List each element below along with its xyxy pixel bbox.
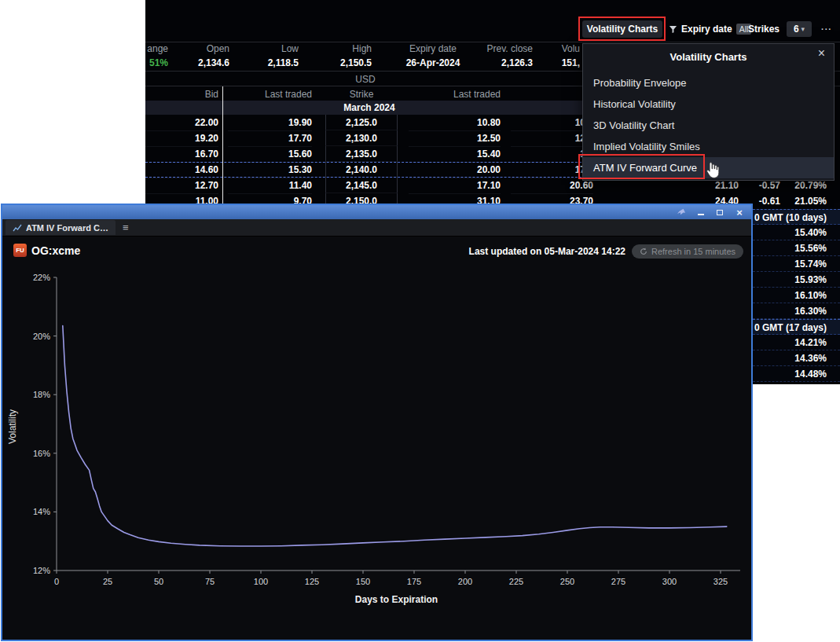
- menu-item-historical-volatility[interactable]: Historical Volatility: [583, 94, 834, 115]
- volatility-charts-menu: Volatility Charts × Probability Envelope…: [582, 43, 834, 181]
- svg-text:300: 300: [662, 577, 677, 586]
- svg-text:Days to Expiration: Days to Expiration: [355, 594, 438, 605]
- maximize-button[interactable]: [716, 207, 724, 217]
- svg-text:Volatility: Volatility: [7, 409, 18, 444]
- svg-text:0: 0: [54, 577, 59, 586]
- panel-value[interactable]: 16.10%: [753, 288, 840, 303]
- maximize-glyph: [717, 210, 723, 215]
- minimize-glyph: [698, 214, 704, 215]
- forward-iv-panel: 0 GMT (10 days)15.40%15.56%15.74%15.93%1…: [753, 209, 840, 382]
- strikes-value: 6: [794, 24, 799, 35]
- panel-group-header[interactable]: 0 GMT (17 days): [753, 319, 840, 335]
- currency-group-label: USD: [145, 73, 585, 86]
- atm-iv-forward-chart: 12%14%16%18%20%22%0255075100125150175200…: [6, 270, 747, 615]
- window-tabbar: ATM IV Forward C… ≡: [2, 219, 751, 237]
- panel-group-header[interactable]: 0 GMT (10 days): [753, 209, 840, 225]
- svg-text:325: 325: [713, 577, 728, 586]
- minimize-button[interactable]: [697, 207, 705, 217]
- more-options-button[interactable]: ···: [818, 21, 835, 37]
- month-header: March 2024: [145, 101, 593, 115]
- panel-value[interactable]: 14.48%: [753, 366, 840, 382]
- strikes-label: Strikes: [748, 24, 779, 35]
- svg-text:25: 25: [103, 577, 112, 586]
- svg-text:225: 225: [509, 577, 523, 586]
- menu-title: Volatility Charts: [583, 51, 834, 63]
- refresh-icon: [640, 248, 647, 255]
- close-button[interactable]: ×: [735, 207, 744, 218]
- volatility-curve: [63, 326, 727, 547]
- line-chart-icon: [13, 223, 22, 233]
- panel-value[interactable]: 15.56%: [753, 240, 840, 256]
- svg-text:250: 250: [560, 577, 574, 586]
- svg-text:20%: 20%: [33, 332, 50, 341]
- svg-text:12%: 12%: [33, 566, 50, 575]
- svg-text:18%: 18%: [33, 390, 50, 399]
- menu-item-probability-envelope[interactable]: Probability Envelope: [583, 72, 834, 94]
- pin-icon[interactable]: [675, 206, 687, 218]
- column-header-strike[interactable]: Strike: [325, 88, 398, 101]
- menu-item-3d-volatility-chart[interactable]: 3D Volatility Chart: [583, 115, 834, 136]
- panel-value[interactable]: 16.30%: [753, 303, 840, 319]
- menu-close-button[interactable]: ×: [818, 47, 825, 60]
- chart-content: FU OG:xcme Last updated on 05-Mar-2024 1…: [2, 237, 751, 637]
- chart-window: × ATM IV Forward C… ≡ FU OG:xcme Last up…: [1, 204, 753, 641]
- svg-text:50: 50: [154, 577, 163, 586]
- column-header-bid[interactable]: Bid: [145, 88, 218, 101]
- tab-menu-icon[interactable]: ≡: [123, 222, 129, 233]
- svg-text:175: 175: [407, 577, 421, 586]
- svg-text:16%: 16%: [33, 449, 50, 458]
- funnel-icon: [669, 25, 677, 34]
- menu-item-implied-volatility-smiles[interactable]: Implied Volatility Smiles: [583, 136, 834, 157]
- svg-text:200: 200: [458, 577, 472, 586]
- chevron-down-icon: ▾: [801, 25, 805, 33]
- menu-item-atm-iv-forward-curve[interactable]: ATM IV Forward Curve: [583, 157, 834, 178]
- column-divider-highlight: [222, 86, 223, 209]
- panel-value[interactable]: 14.21%: [753, 335, 840, 350]
- screen: Volatility Charts Expiry date All Strike…: [0, 0, 840, 642]
- column-header-last-traded-2[interactable]: Last traded: [409, 88, 501, 101]
- panel-value[interactable]: 15.74%: [753, 256, 840, 272]
- panel-value[interactable]: 15.93%: [753, 272, 840, 288]
- column-header-last-traded[interactable]: Last traded: [228, 88, 312, 101]
- strikes-select[interactable]: 6 ▾: [787, 21, 812, 37]
- tab-title: ATM IV Forward C…: [26, 223, 108, 233]
- refresh-label: Refresh in 15 minutes: [651, 247, 735, 256]
- symbol-badge: FU: [13, 244, 27, 257]
- toolbar-separator: [145, 42, 840, 42]
- refresh-button[interactable]: Refresh in 15 minutes: [632, 244, 743, 259]
- svg-text:14%: 14%: [33, 507, 50, 516]
- window-titlebar[interactable]: ×: [2, 205, 751, 219]
- menu-items: Probability EnvelopeHistorical Volatilit…: [583, 72, 834, 178]
- expiry-date-filter[interactable]: Expiry date All: [669, 21, 751, 37]
- svg-text:22%: 22%: [33, 273, 50, 282]
- svg-text:150: 150: [356, 577, 370, 586]
- panel-value[interactable]: 14.36%: [753, 350, 840, 366]
- svg-text:75: 75: [205, 577, 215, 586]
- svg-text:275: 275: [611, 577, 625, 586]
- panel-value[interactable]: 15.40%: [753, 225, 840, 240]
- expiry-date-label: Expiry date: [681, 24, 732, 35]
- symbol-name: OG:xcme: [31, 244, 80, 257]
- tab-atm-iv-forward-curve[interactable]: ATM IV Forward C…: [6, 220, 116, 235]
- svg-text:125: 125: [305, 577, 319, 586]
- last-updated-label: Last updated on 05-Mar-2024 14:22: [469, 246, 625, 257]
- svg-text:100: 100: [254, 577, 268, 586]
- volatility-charts-button[interactable]: Volatility Charts: [582, 20, 662, 38]
